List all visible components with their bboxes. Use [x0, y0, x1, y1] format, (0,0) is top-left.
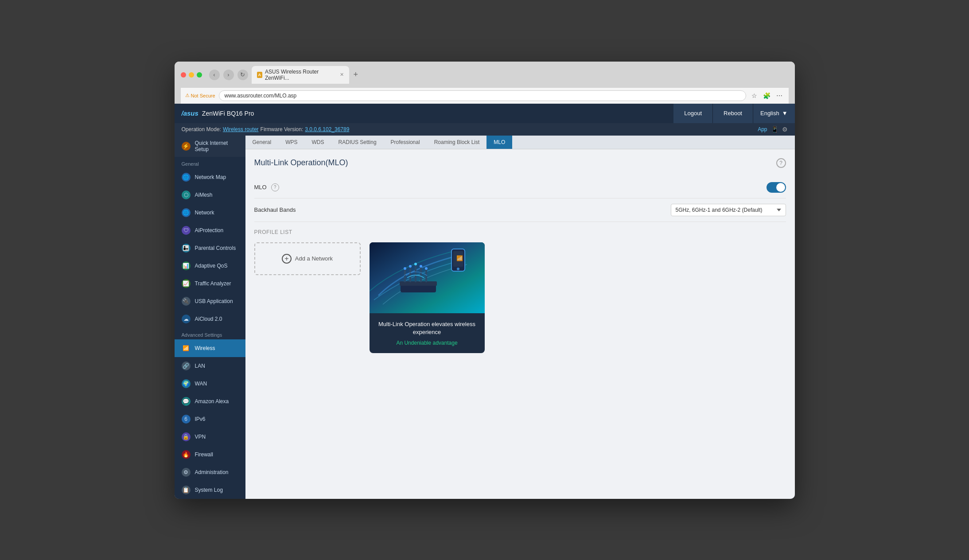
system-log-icon: 📋	[182, 486, 191, 494]
sidebar-section-general: General	[175, 157, 245, 168]
sidebar-item-lan[interactable]: 🔗 LAN	[175, 357, 245, 375]
phone-icon[interactable]: 📱	[771, 126, 778, 133]
sidebar-item-quick-setup[interactable]: ⚡ Quick Internet Setup	[175, 136, 245, 157]
sidebar-item-aicloud[interactable]: ☁ AiCloud 2.0	[175, 310, 245, 328]
tab-professional[interactable]: Professional	[384, 136, 427, 149]
sidebar-item-label: AiProtection	[195, 227, 224, 233]
sidebar-item-label: AiCloud 2.0	[195, 316, 222, 322]
tab-roaming-block-list[interactable]: Roaming Block List	[427, 136, 487, 149]
tab-mlo[interactable]: MLO	[486, 136, 512, 149]
op-mode-value[interactable]: Wireless router	[223, 126, 259, 132]
sidebar-item-amazon-alexa[interactable]: 💬 Amazon Alexa	[175, 393, 245, 410]
extensions-icon[interactable]: 🧩	[762, 91, 772, 101]
sidebar-item-traffic-analyzer[interactable]: 📈 Traffic Analyzer	[175, 275, 245, 292]
wan-icon: 🌍	[182, 379, 191, 388]
add-network-button[interactable]: + Add a Network	[254, 242, 361, 275]
ipv6-icon: 6	[182, 415, 191, 424]
address-bar[interactable]: www.asusrouter.com/MLO.asp	[219, 90, 746, 101]
sidebar-item-network-map[interactable]: 🌐 Network Map	[175, 168, 245, 186]
aiprotection-icon: 🛡	[182, 226, 191, 235]
sidebar-item-firewall[interactable]: 🔥 Firewall	[175, 446, 245, 463]
tab-general[interactable]: General	[245, 136, 279, 149]
minimize-button[interactable]	[189, 72, 194, 78]
more-options-icon[interactable]: ⋯	[774, 91, 784, 101]
help-icon[interactable]: ?	[776, 158, 786, 168]
logout-button[interactable]: Logout	[673, 104, 713, 123]
close-button[interactable]	[181, 72, 186, 78]
administration-icon: ⚙	[182, 468, 191, 477]
asus-brand: /asus	[182, 109, 198, 117]
sidebar-item-aimesh[interactable]: ⬡ AiMesh	[175, 186, 245, 204]
maximize-button[interactable]	[197, 72, 202, 78]
chevron-down-icon: ▼	[782, 110, 788, 117]
sidebar-item-adaptive-qos[interactable]: 📊 Adaptive QoS	[175, 257, 245, 275]
backhaul-bands-label: Backhaul Bands	[254, 206, 671, 213]
sidebar-item-label: Amazon Alexa	[195, 398, 229, 404]
bookmark-icon[interactable]: ☆	[750, 91, 759, 101]
network-icon: 🌐	[182, 208, 191, 217]
sidebar-item-vpn[interactable]: 🔒 VPN	[175, 428, 245, 446]
sidebar-item-label: Network Map	[195, 174, 226, 180]
new-tab-button[interactable]: +	[351, 70, 361, 79]
active-tab[interactable]: A ASUS Wireless Router ZenWiFi... ✕	[252, 66, 349, 84]
tab-close-button[interactable]: ✕	[340, 72, 344, 78]
reboot-button[interactable]: Reboot	[713, 104, 753, 123]
sidebar-item-wan[interactable]: 🌍 WAN	[175, 375, 245, 393]
sidebar-section-advanced: Advanced Settings	[175, 328, 245, 339]
promo-title: Multi-Link Operation elevates wireless e…	[377, 320, 478, 336]
browser-window: ‹ › ↻ A ASUS Wireless Router ZenWiFi... …	[175, 62, 795, 499]
svg-point-8	[404, 267, 406, 270]
svg-point-11	[420, 265, 422, 268]
network-map-icon: 🌐	[182, 173, 191, 182]
mlo-help-icon[interactable]: ?	[271, 183, 279, 191]
sidebar-item-label: Traffic Analyzer	[195, 280, 231, 287]
sidebar-item-aiprotection[interactable]: 🛡 AiProtection	[175, 222, 245, 239]
sidebar-item-system-log[interactable]: 📋 System Log	[175, 481, 245, 499]
back-button[interactable]: ‹	[209, 70, 220, 80]
content-tabs: General WPS WDS RADIUS Setting Professio…	[245, 136, 795, 149]
lan-icon: 🔗	[182, 362, 191, 370]
svg-point-12	[425, 267, 428, 270]
tab-wds[interactable]: WDS	[305, 136, 331, 149]
mlo-toggle[interactable]	[767, 182, 786, 193]
backhaul-bands-control: 5GHz, 6GHz-1 and 6GHz-2 (Default) 5GHz o…	[671, 204, 786, 216]
svg-text:📶: 📶	[456, 255, 463, 261]
language-label: English	[760, 110, 779, 117]
sidebar-item-administration[interactable]: ⚙ Administration	[175, 463, 245, 481]
reload-button[interactable]: ↻	[237, 70, 248, 80]
promo-router-graphic: 📶	[370, 242, 485, 313]
adaptive-qos-icon: 📊	[182, 261, 191, 270]
firmware-version[interactable]: 3.0.0.6.102_36789	[305, 126, 349, 132]
language-button[interactable]: English ▼	[753, 104, 795, 123]
browser-controls: ‹ › ↻ A ASUS Wireless Router ZenWiFi... …	[181, 66, 789, 84]
firewall-icon: 🔥	[182, 450, 191, 459]
url-text: www.asusrouter.com/MLO.asp	[225, 93, 297, 99]
profile-list-panel: + Add a Network	[254, 242, 361, 353]
sidebar-item-parental-controls[interactable]: 👨‍👧 Parental Controls	[175, 239, 245, 257]
sidebar-item-label: Wireless	[195, 345, 215, 351]
sidebar-item-label: USB Application	[195, 298, 233, 304]
svg-rect-6	[420, 267, 422, 282]
tab-radius-setting[interactable]: RADIUS Setting	[331, 136, 384, 149]
sidebar-item-network[interactable]: 🌐 Network	[175, 204, 245, 222]
sidebar-item-usb-application[interactable]: 🔌 USB Application	[175, 292, 245, 310]
parental-controls-icon: 👨‍👧	[182, 244, 191, 253]
sidebar-item-label: Quick Internet Setup	[195, 140, 238, 152]
promo-panel: 📶 Multi-Link Operation elevates wireless…	[370, 242, 485, 353]
tab-bar: A ASUS Wireless Router ZenWiFi... ✕ +	[252, 66, 361, 84]
svg-point-10	[414, 263, 417, 265]
sidebar-item-label: WAN	[195, 381, 207, 387]
forward-button[interactable]: ›	[223, 70, 234, 80]
mlo-label: MLO ?	[254, 183, 767, 191]
sidebar-item-wireless[interactable]: 📶 Wireless	[175, 339, 245, 357]
page-title-row: Multi-Link Operation(MLO) ?	[254, 158, 786, 168]
page-title: Multi-Link Operation(MLO)	[254, 158, 348, 167]
traffic-analyzer-icon: 📈	[182, 279, 191, 288]
sidebar-item-ipv6[interactable]: 6 IPv6	[175, 410, 245, 428]
sidebar-item-label: LAN	[195, 363, 205, 369]
settings-icon[interactable]: ⚙	[782, 126, 788, 133]
backhaul-bands-dropdown[interactable]: 5GHz, 6GHz-1 and 6GHz-2 (Default) 5GHz o…	[671, 204, 786, 216]
main-content: General WPS WDS RADIUS Setting Professio…	[245, 136, 795, 499]
browser-navigation: ‹ › ↻	[209, 70, 248, 80]
tab-wps[interactable]: WPS	[278, 136, 304, 149]
